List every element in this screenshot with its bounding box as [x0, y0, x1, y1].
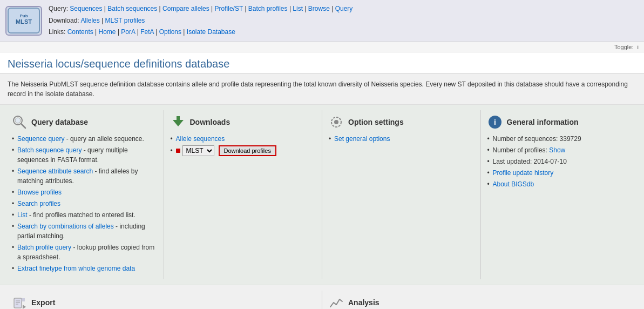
- extract-finetype-link[interactable]: Extract finetype from whole genome data: [17, 265, 135, 272]
- download-link-alleles[interactable]: Alleles: [80, 17, 99, 24]
- num-profiles-item: Number of profiles: Show: [487, 145, 633, 155]
- profile-update-history-item: Profile update history: [487, 168, 633, 178]
- query-label: Query:: [49, 5, 68, 12]
- export-panel-header: Export: [12, 295, 315, 309]
- sequence-query-desc: - query an allele sequence.: [64, 135, 144, 143]
- svg-rect-12: [14, 298, 22, 308]
- query-link-profile-st[interactable]: Profile/ST: [215, 5, 243, 12]
- options-panel: Option settings Set general options: [322, 110, 481, 279]
- query-panel-header: Query database: [12, 115, 157, 130]
- downloads-panel-header: Downloads: [171, 115, 316, 130]
- list-item: List - find profiles matched to entered …: [12, 210, 157, 220]
- list-item: Search profiles: [12, 199, 157, 209]
- svg-text:Pub: Pub: [19, 14, 28, 18]
- options-panel-header: Option settings: [329, 115, 474, 130]
- links-label: Links:: [49, 28, 65, 36]
- svg-line-5: [21, 124, 25, 128]
- batch-profile-query-link[interactable]: Batch profile query: [17, 244, 71, 251]
- header: Pub MLST Query: Sequences | Batch sequen…: [0, 0, 644, 42]
- links-row: Links: Contents | Home | PorA | FetA | O…: [49, 26, 352, 38]
- export-panel: Export Sequences - XMFA / concatenated F…: [5, 291, 322, 309]
- toggle-button[interactable]: i: [638, 44, 639, 50]
- general-info-title: General information: [507, 118, 579, 126]
- about-bigsdb-link[interactable]: About BIGSdb: [493, 180, 534, 188]
- info-icon: i: [487, 115, 503, 130]
- page-title-section: Neisseria locus/sequence definitions dat…: [0, 52, 644, 74]
- download-label: Download:: [49, 17, 79, 24]
- svg-point-4: [15, 118, 21, 123]
- list-item: Sequence attribute search - find alleles…: [12, 166, 157, 186]
- list-item: Batch profile query - lookup profiles co…: [12, 243, 157, 262]
- query-link-sequences[interactable]: Sequences: [70, 5, 102, 12]
- list-item: Sequence query - query an allele sequenc…: [12, 134, 157, 144]
- svg-text:i: i: [494, 118, 496, 126]
- set-general-options-link[interactable]: Set general options: [334, 135, 390, 143]
- svg-marker-18: [23, 305, 26, 309]
- export-icon: [12, 295, 27, 309]
- sequence-query-link[interactable]: Sequence query: [17, 135, 64, 143]
- svg-rect-14: [22, 298, 25, 301]
- description-text: The Neisseria PubMLST sequence definitio…: [8, 79, 636, 99]
- analysis-panel-header: Analysis: [329, 295, 632, 309]
- query-link-query[interactable]: Query: [335, 5, 353, 12]
- query-link-list[interactable]: List: [293, 5, 303, 12]
- analysis-panel: Analysis Sequence similarity - find sequ…: [322, 291, 639, 309]
- toggle-bar: Toggle: i: [0, 42, 644, 52]
- list-desc: - find profiles matched to entered list.: [28, 211, 135, 219]
- list-item: Search by combinations of alleles - incl…: [12, 221, 157, 241]
- browse-profiles-link[interactable]: Browse profiles: [17, 189, 62, 196]
- show-profiles-link[interactable]: Show: [549, 146, 565, 154]
- query-row: Query: Sequences | Batch sequences | Com…: [49, 3, 352, 15]
- list-item: Browse profiles: [12, 187, 157, 197]
- general-info-panel: i General information Number of sequence…: [481, 110, 639, 279]
- download-icon: [171, 115, 186, 130]
- options-panel-title: Option settings: [348, 118, 404, 126]
- options-list: Set general options: [329, 134, 474, 144]
- num-sequences-item: Number of sequences: 339729: [487, 134, 633, 144]
- query-database-panel: Query database Sequence query - query an…: [5, 110, 164, 279]
- num-profiles-text: Number of profiles:: [493, 146, 550, 154]
- links-isolate-database[interactable]: Isolate Database: [187, 28, 235, 36]
- allele-sequences-link[interactable]: Allele sequences: [176, 135, 225, 143]
- description-section: The Neisseria PubMLST sequence definitio…: [0, 74, 644, 105]
- set-general-options-item: Set general options: [329, 134, 474, 144]
- links-feta[interactable]: FetA: [140, 28, 154, 36]
- schema-select[interactable]: MLST: [182, 145, 214, 156]
- query-link-batch-sequences[interactable]: Batch sequences: [107, 5, 157, 12]
- download-link-mlst-profiles[interactable]: MLST profiles: [105, 17, 145, 24]
- toggle-label: Toggle:: [614, 44, 633, 50]
- downloads-panel: Downloads Allele sequences MLST Download…: [164, 110, 323, 279]
- list-link[interactable]: List: [17, 211, 28, 219]
- search-profiles-link[interactable]: Search profiles: [17, 200, 60, 207]
- svg-text:MLST: MLST: [16, 18, 32, 25]
- query-link-browse[interactable]: Browse: [308, 5, 330, 12]
- downloads-list: Allele sequences MLST Download profiles: [171, 134, 316, 156]
- downloads-panel-title: Downloads: [190, 118, 231, 126]
- search-combinations-link[interactable]: Search by combinations of alleles: [17, 223, 114, 230]
- last-updated-item: Last updated: 2014-07-10: [487, 157, 633, 166]
- main-panels: Query database Sequence query - query an…: [0, 105, 644, 285]
- allele-sequences-item: Allele sequences: [171, 134, 316, 144]
- query-link-batch-profiles[interactable]: Batch profiles: [248, 5, 288, 12]
- links-pora[interactable]: PorA: [121, 28, 135, 36]
- query-link-compare-alleles[interactable]: Compare alleles: [162, 5, 209, 12]
- sequence-attribute-search-link[interactable]: Sequence attribute search: [17, 167, 93, 175]
- svg-marker-6: [173, 120, 184, 126]
- profile-update-history-link[interactable]: Profile update history: [493, 169, 554, 177]
- download-bullet: [176, 149, 180, 153]
- download-profiles-button[interactable]: Download profiles: [219, 145, 276, 156]
- list-item: Batch sequence query - query multiple se…: [12, 145, 157, 165]
- analysis-icon: [329, 295, 344, 309]
- last-updated-text: Last updated: 2014-07-10: [493, 158, 567, 165]
- bottom-panels: Export Sequences - XMFA / concatenated F…: [0, 285, 644, 309]
- num-sequences-text: Number of sequences: 339729: [493, 135, 581, 143]
- links-contents[interactable]: Contents: [67, 28, 93, 36]
- download-row: Download: Alleles | MLST profiles: [49, 15, 352, 27]
- options-icon: [329, 115, 344, 130]
- query-panel-list: Sequence query - query an allele sequenc…: [12, 134, 157, 273]
- links-home[interactable]: Home: [99, 28, 116, 36]
- analysis-panel-title: Analysis: [348, 298, 379, 307]
- svg-rect-7: [177, 116, 180, 120]
- batch-sequence-query-link[interactable]: Batch sequence query: [17, 146, 82, 154]
- links-options[interactable]: Options: [159, 28, 181, 36]
